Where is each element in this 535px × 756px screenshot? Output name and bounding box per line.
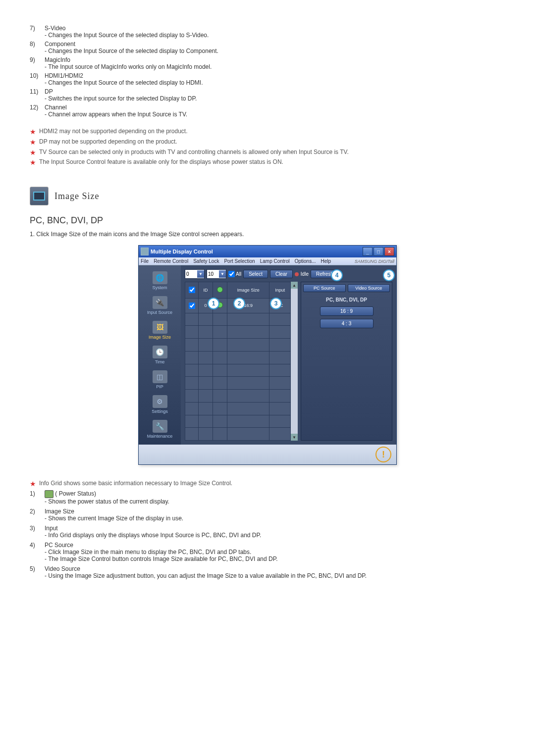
list-title: DP — [45, 88, 505, 95]
list-description: Changes the Input Source of the selected… — [45, 79, 505, 86]
minimize-button[interactable]: _ — [363, 247, 373, 256]
list-title: ( Power Status) — [45, 490, 505, 498]
grid-header-check[interactable] — [185, 282, 199, 299]
image-size-section-icon — [30, 187, 49, 205]
list-title: Component — [45, 41, 505, 48]
callout-5: 5 — [383, 269, 395, 281]
ratio-16-9-button[interactable]: 16 : 9 — [320, 306, 374, 316]
list-description: The Input source of MagicInfo works only… — [45, 63, 505, 70]
range-end-dropdown[interactable]: ▼ — [207, 269, 226, 279]
list-number: 9) — [30, 56, 45, 70]
all-checkbox[interactable] — [228, 271, 235, 277]
sidebar-item-maint[interactable]: Maintenance — [141, 418, 179, 441]
star-icon: ★ — [30, 149, 36, 157]
subsection-title: PC, BNC, DVI, DP — [30, 215, 505, 226]
list-number: 7) — [30, 25, 45, 39]
brand-label: SAMSUNG DIGITall — [355, 259, 394, 264]
sidebar-item-image[interactable]: Image Size — [141, 319, 179, 342]
chevron-down-icon[interactable]: ▼ — [219, 270, 226, 278]
list-number: 12) — [30, 104, 45, 118]
grid-header-image-size: Image Size — [227, 282, 269, 299]
row-checkbox[interactable] — [189, 302, 195, 309]
time-icon — [153, 346, 167, 358]
star-icon: ★ — [30, 480, 36, 488]
sidebar-item-label: PIP — [156, 384, 163, 389]
range-start-input[interactable] — [185, 271, 197, 277]
scroll-down-icon[interactable]: ▼ — [291, 434, 298, 441]
menu-options-[interactable]: Options... — [295, 258, 316, 264]
sidebar-item-pip[interactable]: PIP — [141, 368, 179, 391]
menu-lamp-control[interactable]: Lamp Control — [260, 258, 290, 264]
maint-icon — [153, 420, 167, 433]
clear-button[interactable]: Clear — [270, 270, 293, 278]
list-number: 11) — [30, 88, 45, 102]
list-title: HDMI1/HDMI2 — [45, 72, 505, 79]
ratio-4-3-button[interactable]: 4 : 3 — [320, 319, 374, 328]
scroll-up-icon[interactable]: ▲ — [291, 282, 298, 289]
sidebar-item-time[interactable]: Time — [141, 344, 179, 366]
callout-3: 3 — [270, 298, 282, 309]
list-description: Channel arrow appears when the Input Sou… — [45, 111, 505, 118]
list-number: 10) — [30, 72, 45, 86]
image-icon — [153, 321, 167, 334]
list-title: Input — [45, 525, 505, 532]
sidebar-item-label: Input Source — [147, 310, 172, 315]
list-description: Shows the power status of the current di… — [45, 498, 505, 505]
close-button[interactable]: × — [384, 247, 394, 256]
list-description: Switches the input source for the select… — [45, 95, 505, 102]
menu-safety-lock[interactable]: Safety Lock — [193, 258, 219, 264]
warning-icon: ! — [375, 447, 391, 462]
range-end-input[interactable] — [207, 271, 219, 277]
panel-title: PC, BNC, DVI, DP — [303, 297, 390, 302]
window-titlebar: Multiple Display Control _ □ × — [139, 246, 396, 257]
system-icon — [153, 271, 167, 284]
list-title: Channel — [45, 104, 505, 111]
callout-1: 1 — [208, 298, 219, 309]
list-title: PC Source — [45, 542, 505, 549]
tab-pc-source[interactable]: PC Source — [303, 284, 346, 292]
menubar: FileRemote ControlSafety LockPort Select… — [139, 257, 396, 265]
callout-2: 2 — [233, 298, 245, 309]
note-text: HDMI2 may not be supported depending on … — [39, 128, 188, 136]
list-description: Click Image Size in the main menu to dis… — [45, 549, 505, 555]
input-icon — [153, 296, 167, 309]
list-number: 8) — [30, 41, 45, 54]
star-icon: ★ — [30, 158, 36, 167]
chevron-down-icon[interactable]: ▼ — [197, 270, 204, 278]
list-description: The Image Size Control button controls I… — [45, 555, 505, 562]
list-title: Image Size — [45, 508, 505, 515]
menu-help[interactable]: Help — [321, 258, 331, 264]
select-button[interactable]: Select — [243, 270, 268, 278]
sidebar-item-label: Settings — [152, 409, 168, 414]
range-start-dropdown[interactable]: ▼ — [185, 269, 205, 279]
tab-video-source[interactable]: Video Source — [348, 284, 390, 292]
list-description: Changes the Input Source of the selected… — [45, 48, 505, 54]
idle-dot-icon — [295, 272, 299, 276]
note-text: The Input Source Control feature is avai… — [39, 158, 283, 167]
sidebar-item-settings[interactable]: Settings — [141, 393, 179, 416]
list-description: Info Grid displays only the displays who… — [45, 532, 505, 539]
list-description: Shows the current Image Size of the disp… — [45, 515, 505, 522]
section-title: Image Size — [54, 191, 99, 202]
star-icon: ★ — [30, 138, 36, 147]
sidebar-item-input[interactable]: Input Source — [141, 294, 179, 317]
callout-4: 4 — [331, 269, 343, 281]
statusbar: ! — [139, 445, 396, 464]
list-title: Video Source — [45, 565, 505, 572]
list-title: S-Video — [45, 25, 505, 32]
note-text: TV Source can be selected only in produc… — [39, 149, 349, 157]
grid-scrollbar[interactable]: ▲ ▼ — [291, 282, 298, 441]
all-checkbox-label[interactable]: All — [228, 271, 241, 277]
list-title: MagicInfo — [45, 56, 505, 63]
settings-icon — [153, 395, 167, 408]
maximize-button[interactable]: □ — [374, 247, 383, 256]
list-number: 3) — [30, 525, 45, 539]
menu-file[interactable]: File — [141, 258, 149, 264]
list-number: 5) — [30, 565, 45, 579]
menu-port-selection[interactable]: Port Selection — [224, 258, 255, 264]
sidebar-item-system[interactable]: System — [141, 269, 179, 292]
menu-remote-control[interactable]: Remote Control — [154, 258, 188, 264]
list-number: 4) — [30, 542, 45, 562]
instruction-text: 1. Click Image Size of the main icons an… — [30, 231, 505, 238]
list-description: Using the Image Size adjustment button, … — [45, 572, 505, 579]
